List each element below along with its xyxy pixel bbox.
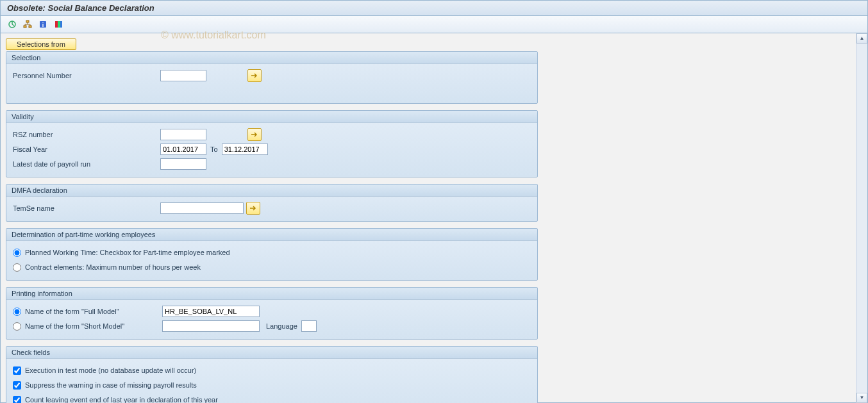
test-mode-checkbox[interactable] — [13, 366, 21, 375]
app-window: Obsolete: Social Balance Declaration i ©… — [0, 0, 868, 403]
svg-rect-8 — [55, 21, 58, 28]
vertical-scrollbar[interactable]: ▲ ▼ — [856, 33, 867, 403]
temse-multiple-selection-button[interactable] — [246, 202, 260, 215]
page-title: Obsolete: Social Balance Declaration — [7, 3, 154, 13]
language-label: Language — [266, 322, 297, 330]
full-model-radio[interactable] — [13, 308, 21, 316]
rsz-number-input[interactable] — [160, 129, 206, 140]
group-parttime: Determination of part-time working emplo… — [6, 228, 538, 281]
execute-icon[interactable] — [6, 19, 19, 30]
group-title-dmfa: DMFA declaration — [6, 185, 537, 197]
svg-rect-5 — [29, 26, 31, 28]
group-title-printing: Printing information — [6, 288, 537, 300]
group-title-selection: Selection — [6, 52, 537, 64]
personnel-number-label: Personnel Number — [13, 72, 160, 79]
group-checks: Check fields Execution in test mode (no … — [6, 346, 538, 403]
planned-working-time-radio[interactable] — [13, 249, 21, 257]
suppress-warning-checkbox[interactable] — [13, 381, 21, 390]
language-input[interactable] — [301, 320, 317, 332]
fiscal-year-label: Fiscal Year — [13, 145, 160, 153]
temse-input[interactable] — [160, 202, 244, 214]
svg-rect-10 — [60, 21, 62, 28]
group-printing: Printing information Name of the form "F… — [6, 287, 538, 340]
group-title-parttime: Determination of part-time working emplo… — [6, 229, 537, 241]
short-model-input[interactable] — [162, 320, 260, 332]
group-validity: Validity RSZ number Fiscal Year To — [6, 110, 538, 177]
to-label: To — [210, 145, 218, 153]
contract-elements-label: Contract elements: Maximum number of hou… — [25, 263, 201, 271]
full-model-input[interactable] — [162, 306, 260, 317]
temse-label: TemSe name — [13, 204, 160, 212]
latest-payroll-input[interactable] — [160, 158, 206, 170]
count-leaving-label: Count leaving event end of last year in … — [25, 396, 218, 403]
group-selection: Selection Personnel Number — [6, 51, 538, 104]
svg-line-2 — [12, 24, 14, 26]
short-model-radio[interactable] — [13, 322, 21, 331]
content-area: Selections from Selection Personnel Numb… — [1, 33, 856, 403]
svg-rect-3 — [26, 21, 29, 22]
short-model-label: Name of the form "Short Model" — [25, 322, 162, 330]
fiscal-year-from-input[interactable] — [160, 144, 206, 155]
personnel-multiple-selection-button[interactable] — [247, 69, 262, 82]
group-title-validity: Validity — [6, 111, 537, 123]
info-icon[interactable]: i — [37, 19, 49, 30]
group-title-checks: Check fields — [6, 347, 537, 359]
rsz-multiple-selection-button[interactable] — [247, 128, 262, 141]
contract-elements-radio[interactable] — [13, 263, 21, 272]
suppress-warning-label: Suppress the warning in case of missing … — [25, 381, 197, 389]
rsz-number-label: RSZ number — [13, 131, 160, 138]
color-legend-icon[interactable] — [52, 19, 65, 30]
group-dmfa: DMFA declaration TemSe name — [6, 184, 538, 222]
svg-text:i: i — [42, 22, 44, 28]
full-model-label: Name of the form "Full Model" — [25, 308, 162, 315]
scroll-up-icon[interactable]: ▲ — [856, 33, 867, 44]
personnel-number-input[interactable] — [160, 70, 206, 81]
count-leaving-checkbox[interactable] — [13, 396, 21, 404]
test-mode-label: Execution in test mode (no database upda… — [25, 366, 196, 374]
latest-payroll-label: Latest date of payroll run — [13, 160, 160, 168]
fiscal-year-to-input[interactable] — [222, 144, 268, 155]
app-toolbar: i — [1, 16, 867, 33]
title-bar: Obsolete: Social Balance Declaration — [1, 1, 867, 16]
planned-working-time-label: Planned Working Time: Checkbox for Part-… — [25, 249, 230, 256]
scroll-down-icon[interactable]: ▼ — [856, 393, 867, 403]
svg-rect-9 — [58, 21, 60, 28]
selections-from-button[interactable]: Selections from — [6, 38, 76, 50]
svg-rect-4 — [24, 26, 26, 28]
org-struct-icon[interactable] — [21, 19, 34, 30]
